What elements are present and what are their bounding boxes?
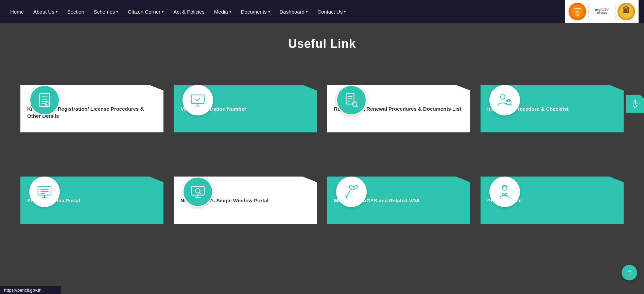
card-icon-circle-nivesh-mitra <box>182 177 213 207</box>
chevron-icon-citizen-corner: ▾ <box>162 10 164 14</box>
svg-rect-12 <box>191 95 204 104</box>
card-inner: Nivesh Mitra's Single Window Portal <box>174 177 317 258</box>
chevron-icon-documents: ▾ <box>268 10 270 14</box>
chevron-icon-schemes: ▾ <box>116 10 118 14</box>
card-inner: Registration, Renewal Procedures & Docum… <box>327 85 470 166</box>
card-inner: Inspection Procedure & Checklist <box>481 85 624 166</box>
nav-item-contact-us[interactable]: Contact Us ▾ <box>313 0 351 23</box>
svg-text:🏛: 🏛 <box>623 6 630 15</box>
chevron-icon-dashboard: ▾ <box>306 10 308 14</box>
card-icon-circle-inspection-procedure <box>489 85 520 115</box>
scroll-top-button[interactable]: ⇧ <box>622 265 637 280</box>
svg-point-22 <box>500 95 505 99</box>
main-content: Useful Link Know about Registration/ Lic… <box>0 23 644 261</box>
svg-line-21 <box>356 106 358 107</box>
nav-item-dashboard[interactable]: Dashboard ▾ <box>275 0 313 23</box>
card-icon-circle-shram-suvidha <box>29 177 60 207</box>
nav-item-act-policies[interactable]: Act & Policies <box>169 0 209 23</box>
svg-point-45 <box>634 100 636 102</box>
card-inner: PENCIL Portal <box>481 177 624 258</box>
nav-item-about-us[interactable]: About Us ▾ <box>29 0 63 23</box>
card-pencil-portal[interactable]: PENCIL Portal <box>481 160 624 241</box>
card-icon-circle-pencil-portal <box>489 177 520 207</box>
mygov-logo[interactable]: myGOV मेरी सरकार <box>588 3 615 20</box>
svg-point-37 <box>196 188 200 193</box>
svg-point-44 <box>505 194 507 196</box>
emblem-logo[interactable]: 🏛 <box>617 3 635 20</box>
nav-logos: राजस्थान सरकार 2025 myGOV मेरी सरकार 🏛 <box>565 0 639 23</box>
card-icon-circle-verify-registration <box>182 85 213 115</box>
accessibility-button[interactable] <box>626 95 644 113</box>
card-minimum-wages[interactable]: MINIMUM WAGES and Related VDA <box>327 160 470 241</box>
svg-text:राजस्थान: राजस्थान <box>574 8 581 10</box>
nav-links: HomeAbout Us ▾SectionSchemes ▾Citizen Co… <box>5 0 565 23</box>
svg-line-25 <box>510 104 512 106</box>
svg-text:2025: 2025 <box>575 14 579 16</box>
card-icon-circle-registration-renewal <box>336 85 367 115</box>
card-icon-circle-know-registration <box>29 85 60 115</box>
card-nivesh-mitra[interactable]: Nivesh Mitra's Single Window Portal <box>174 160 317 241</box>
chevron-icon-media: ▾ <box>229 10 231 14</box>
svg-rect-39 <box>349 185 354 190</box>
status-bar: https://pencil.gov.in <box>0 286 61 294</box>
card-registration-renewal[interactable]: Registration, Renewal Procedures & Docum… <box>327 68 470 149</box>
nav-item-documents[interactable]: Documents ▾ <box>236 0 275 23</box>
raj-logo[interactable]: राजस्थान सरकार 2025 <box>569 3 586 20</box>
nav-item-schemes[interactable]: Schemes ▾ <box>89 0 123 23</box>
card-inner: Verify Registration Number <box>174 85 317 166</box>
svg-text:सरकार: सरकार <box>575 11 580 13</box>
card-shram-suvidha[interactable]: Shram Suvidha Portal <box>20 160 163 241</box>
svg-point-24 <box>507 100 509 102</box>
card-inspection-procedure[interactable]: Inspection Procedure & Checklist <box>481 68 624 149</box>
card-icon-circle-minimum-wages <box>336 177 367 207</box>
nav-item-section[interactable]: Section <box>63 0 89 23</box>
card-inner: Shram Suvidha Portal <box>20 177 163 258</box>
main-nav: HomeAbout Us ▾SectionSchemes ▾Citizen Co… <box>0 0 644 23</box>
nav-item-media[interactable]: Media ▾ <box>209 0 236 23</box>
svg-line-40 <box>346 190 350 197</box>
nav-item-home[interactable]: Home <box>5 0 29 23</box>
nav-item-citizen-corner[interactable]: Citizen Corner ▾ <box>123 0 169 23</box>
card-inner: MINIMUM WAGES and Related VDA <box>327 177 470 258</box>
chevron-icon-about-us: ▾ <box>56 10 58 14</box>
card-know-registration[interactable]: Know about Registration/ License Procedu… <box>20 68 163 149</box>
chevron-icon-contact-us: ▾ <box>344 10 346 14</box>
svg-line-38 <box>199 192 201 194</box>
svg-rect-33 <box>191 187 204 195</box>
card-inner: Know about Registration/ License Procedu… <box>20 85 163 166</box>
card-verify-registration[interactable]: Verify Registration Number <box>174 68 317 149</box>
status-url: https://pencil.gov.in <box>4 288 41 293</box>
cards-grid: Know about Registration/ License Procedu… <box>20 68 624 241</box>
svg-point-43 <box>502 194 504 196</box>
page-title: Useful Link <box>20 37 624 51</box>
